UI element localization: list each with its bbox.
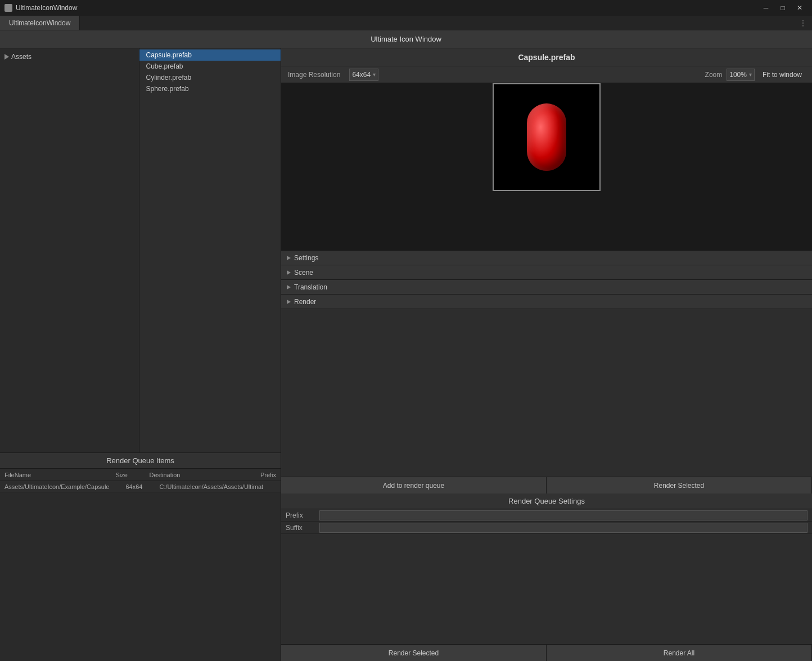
settings-section[interactable]: Settings — [281, 251, 812, 265]
fit-window-button[interactable]: Fit to window — [759, 70, 805, 80]
render-queue-panel: Render Queue Items FileName Size Destina… — [0, 453, 281, 661]
col-filename-header: FileName — [2, 472, 113, 478]
rqs-render-all-button[interactable]: Render All — [547, 645, 812, 661]
translation-expand-icon — [287, 285, 291, 289]
rqs-prefix-input[interactable] — [319, 510, 808, 520]
scene-label: Scene — [294, 269, 313, 277]
row-filename: Assets/UltimateIcon/Example/Capsule — [2, 483, 124, 490]
tab-bar: UltimateIconWindow ⋮ — [0, 16, 812, 30]
object-title: Capsule.prefab — [518, 53, 575, 62]
resolution-dropdown-icon: ▾ — [373, 71, 376, 78]
add-to-queue-button[interactable]: Add to render queue — [281, 477, 547, 494]
maximize-button[interactable]: □ — [775, 0, 791, 16]
tab-ultimateiconwindow[interactable]: UltimateIconWindow — [0, 16, 80, 30]
preview-controls: Image Resolution 64x64 ▾ Zoom 100% ▾ Fit… — [281, 66, 812, 83]
rqs-prefix-row: Prefix — [281, 509, 812, 522]
rqs-header: Render Queue Settings — [281, 494, 812, 509]
rqs-content — [281, 534, 812, 644]
assets-header: Assets — [0, 51, 139, 63]
asset-item-cube[interactable]: Cube.prefab — [139, 61, 281, 72]
settings-expand-icon — [287, 256, 291, 260]
capsule-preview-icon — [527, 103, 566, 171]
rqs-footer: Render Selected Render All — [281, 644, 812, 661]
close-button[interactable]: ✕ — [792, 0, 808, 16]
row-destination: C:/UltimateIcon/Assets/Assets/Ultimat — [157, 483, 279, 490]
row-size: 64x64 — [124, 483, 157, 490]
asset-item-capsule[interactable]: Capsule.prefab — [139, 49, 281, 61]
render-expand-icon — [287, 300, 291, 304]
image-resolution-select[interactable]: 64x64 ▾ — [349, 69, 378, 81]
rqs-suffix-row: Suffix — [281, 522, 812, 534]
right-panel: Capsule.prefab Image Resolution 64x64 ▾ … — [281, 48, 812, 661]
scene-expand-icon — [287, 270, 291, 275]
rqs-prefix-label: Prefix — [286, 511, 319, 519]
bottom-action-buttons: Add to render queue Render Selected — [281, 477, 812, 494]
col-size-header: Size — [113, 472, 147, 478]
assets-section: Assets Capsule.prefab Cube.prefab Cylind… — [0, 48, 281, 453]
preview-image-frame — [493, 83, 601, 191]
asset-item-cylinder[interactable]: Cylinder.prefab — [139, 72, 281, 83]
object-title-bar: Capsule.prefab — [281, 48, 812, 66]
col-destination-header: Destination — [147, 472, 258, 478]
title-bar-controls: ─ □ ✕ — [758, 0, 808, 16]
zoom-select[interactable]: 100% ▾ — [727, 69, 755, 81]
rqs-suffix-label: Suffix — [286, 524, 319, 532]
app-title: UltimateIconWindow — [16, 4, 77, 12]
asset-item-sphere[interactable]: Sphere.prefab — [139, 83, 281, 94]
title-bar-left: UltimateIconWindow — [4, 4, 77, 12]
scene-section[interactable]: Scene — [281, 265, 812, 280]
render-section[interactable]: Render — [281, 295, 812, 309]
translation-label: Translation — [294, 283, 327, 291]
zoom-dropdown-icon: ▾ — [749, 71, 752, 78]
app-icon — [4, 4, 12, 12]
render-queue-header: Render Queue Items — [0, 453, 281, 469]
render-queue-table-header: FileName Size Destination Prefix — [0, 469, 281, 481]
col-prefix-header: Prefix — [258, 472, 278, 478]
left-panel: Assets Capsule.prefab Cube.prefab Cylind… — [0, 48, 281, 661]
zoom-label: Zoom — [705, 71, 723, 79]
preview-canvas — [281, 83, 812, 251]
assets-list: Capsule.prefab Cube.prefab Cylinder.pref… — [139, 48, 281, 452]
render-queue-settings: Render Queue Settings Prefix Suffix Rend… — [281, 494, 812, 661]
image-resolution-label: Image Resolution — [288, 71, 340, 79]
zoom-controls: Zoom 100% ▾ Fit to window — [705, 69, 805, 81]
assets-sidebar: Assets — [0, 48, 139, 452]
title-bar: UltimateIconWindow ─ □ ✕ — [0, 0, 812, 16]
render-label: Render — [294, 298, 316, 306]
window-title-bar: Ultimate Icon Window — [0, 30, 812, 48]
minimize-button[interactable]: ─ — [758, 0, 774, 16]
assets-expand-icon — [4, 54, 9, 60]
rqs-render-selected-button[interactable]: Render Selected — [281, 645, 547, 661]
rqs-suffix-input[interactable] — [319, 523, 808, 533]
settings-content — [281, 309, 812, 477]
translation-section[interactable]: Translation — [281, 280, 812, 295]
render-queue-row[interactable]: Assets/UltimateIcon/Example/Capsule 64x6… — [0, 481, 281, 492]
tab-more-button[interactable]: ⋮ — [794, 19, 812, 27]
main-layout: Assets Capsule.prefab Cube.prefab Cylind… — [0, 48, 812, 661]
settings-label: Settings — [294, 254, 318, 262]
assets-label: Assets — [11, 53, 31, 61]
render-selected-button[interactable]: Render Selected — [547, 477, 812, 494]
window-title: Ultimate Icon Window — [371, 35, 441, 43]
